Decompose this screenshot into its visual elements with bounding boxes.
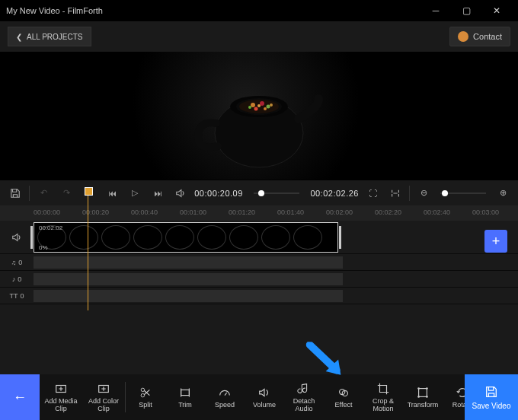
text-icon: TT 0 — [0, 292, 34, 300]
zoom-slider[interactable] — [440, 192, 486, 194]
text-lane[interactable] — [34, 290, 343, 302]
save-icon — [484, 385, 498, 399]
play-button[interactable]: ▷ — [126, 184, 144, 202]
ruler-mark: 00:00:40 — [131, 208, 158, 216]
svg-rect-17 — [181, 390, 190, 395]
snap-button[interactable] — [386, 184, 404, 202]
track-audio-icon[interactable] — [0, 232, 34, 243]
save-video-button[interactable]: Save Video — [465, 374, 518, 420]
trim-button[interactable]: Trim — [165, 374, 205, 420]
preview-canvas[interactable] — [130, 52, 388, 180]
svg-point-12 — [270, 103, 273, 107]
all-projects-label: ALL PROJECTS — [27, 33, 83, 41]
current-time: 00:00:20.09 — [194, 189, 243, 198]
ruler-mark: 00:02:20 — [375, 208, 401, 216]
add-media-clip-button[interactable]: Add Media Clip — [40, 374, 82, 420]
ruler-mark: 00:01:40 — [277, 208, 304, 216]
add-track-button[interactable]: + — [484, 230, 507, 253]
zoom-out-button[interactable]: ⊖ — [414, 184, 433, 202]
preview-image — [183, 61, 335, 175]
music-lane[interactable] — [34, 256, 343, 269]
clip-opacity: 0% — [39, 244, 48, 251]
crop-motion-button[interactable]: Crop & Motion — [363, 374, 403, 420]
split-button[interactable]: Split — [126, 374, 165, 420]
volume-button[interactable]: Volume — [245, 374, 284, 420]
zoom-in-button[interactable]: ⊕ — [494, 184, 512, 202]
svg-point-6 — [260, 101, 264, 106]
music-track[interactable]: ♫ 0 — [0, 254, 518, 271]
bottom-toolbar: ← Add Media Clip Add Color Clip Split Tr… — [0, 374, 518, 420]
contact-button[interactable]: Contact — [449, 27, 510, 46]
svg-point-22 — [426, 387, 428, 390]
clip-duration: 00:02:02 — [39, 224, 62, 231]
music-icon: ♫ 0 — [0, 259, 34, 266]
svg-point-15 — [141, 388, 145, 392]
effect-button[interactable]: Effect — [324, 374, 363, 420]
timeline-ruler[interactable]: 00:00:00 00:00:20 00:00:40 00:01:00 00:0… — [0, 205, 518, 221]
svg-point-7 — [267, 105, 270, 109]
save-project-button[interactable] — [6, 184, 24, 202]
title-bar: My New Video - FilmForth ─ ▢ ✕ — [0, 0, 518, 21]
progress-slider[interactable] — [254, 192, 300, 194]
ruler-mark: 00:02:00 — [326, 208, 353, 216]
window-title: My New Video - FilmForth — [6, 6, 103, 15]
minimize-button[interactable]: ─ — [420, 0, 451, 21]
audio-track[interactable]: ♪ 0 — [0, 271, 518, 288]
back-button[interactable]: ← — [0, 374, 40, 420]
fullscreen-button[interactable]: ⛶ — [363, 184, 382, 202]
timeline: 00:02:02 0% + ♫ 0 ♪ 0 TT 0 — [0, 221, 518, 350]
text-track[interactable]: TT 0 — [0, 288, 518, 304]
close-button[interactable]: ✕ — [481, 0, 512, 21]
contact-label: Contact — [473, 32, 502, 41]
audio-lane[interactable] — [34, 273, 343, 285]
total-time: 00:02:02.26 — [310, 189, 359, 198]
tutorial-arrow-icon — [302, 342, 350, 381]
maximize-button[interactable]: ▢ — [451, 0, 481, 21]
svg-point-16 — [141, 393, 145, 397]
detach-audio-button[interactable]: Detach Audio — [284, 374, 324, 420]
video-track[interactable]: 00:02:02 0% + — [0, 221, 518, 254]
audio-icon: ♪ 0 — [0, 275, 34, 283]
next-frame-button[interactable]: ⏭ — [149, 184, 167, 202]
ruler-mark: 00:00:20 — [82, 208, 109, 216]
ruler-mark: 00:00:00 — [34, 208, 60, 216]
svg-rect-20 — [419, 388, 427, 396]
playhead[interactable] — [88, 189, 88, 310]
svg-point-24 — [426, 396, 428, 398]
speed-button[interactable]: Speed — [205, 374, 245, 420]
redo-button[interactable]: ↷ — [57, 184, 75, 202]
video-clip[interactable]: 00:02:02 0% — [34, 222, 338, 253]
top-bar: ❮ ALL PROJECTS Contact — [0, 21, 518, 52]
add-color-clip-button[interactable]: Add Color Clip — [82, 374, 125, 420]
prev-frame-button[interactable]: ⏮ — [103, 184, 121, 202]
svg-point-11 — [257, 104, 261, 107]
svg-point-8 — [254, 107, 258, 111]
svg-point-10 — [248, 106, 251, 109]
svg-point-5 — [251, 103, 255, 107]
rotate-button[interactable]: Rotate — [443, 374, 465, 420]
svg-point-23 — [417, 396, 420, 398]
undo-button[interactable]: ↶ — [34, 184, 53, 202]
all-projects-button[interactable]: ❮ ALL PROJECTS — [8, 27, 91, 46]
mute-button[interactable] — [171, 184, 190, 202]
ruler-mark: 00:02:40 — [424, 208, 450, 216]
svg-point-21 — [417, 387, 420, 390]
svg-point-9 — [264, 107, 267, 110]
ruler-mark: 00:01:00 — [180, 208, 206, 216]
ruler-mark: 00:01:20 — [229, 208, 255, 216]
chevron-left-icon: ❮ — [16, 33, 22, 41]
transport-bar: ↶ ↷ ⏮ ▷ ⏭ 00:00:20.09 00:02:02.26 ⛶ ⊖ ⊕ — [0, 180, 518, 205]
contact-icon — [458, 31, 468, 42]
preview-area — [0, 52, 518, 180]
ruler-mark: 00:03:00 — [472, 208, 499, 216]
transform-button[interactable]: Transform — [403, 374, 443, 420]
